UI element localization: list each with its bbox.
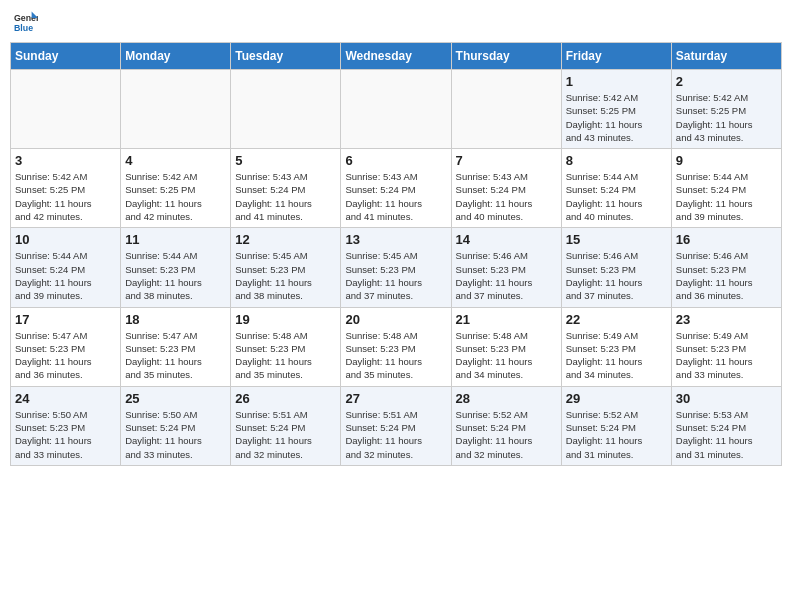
day-number: 15	[566, 232, 667, 247]
day-info: Sunrise: 5:53 AM Sunset: 5:24 PM Dayligh…	[676, 408, 777, 461]
calendar-cell: 23Sunrise: 5:49 AM Sunset: 5:23 PM Dayli…	[671, 307, 781, 386]
day-number: 8	[566, 153, 667, 168]
calendar-cell	[341, 70, 451, 149]
day-info: Sunrise: 5:50 AM Sunset: 5:23 PM Dayligh…	[15, 408, 116, 461]
day-number: 19	[235, 312, 336, 327]
day-number: 25	[125, 391, 226, 406]
calendar-cell: 9Sunrise: 5:44 AM Sunset: 5:24 PM Daylig…	[671, 149, 781, 228]
calendar-cell: 22Sunrise: 5:49 AM Sunset: 5:23 PM Dayli…	[561, 307, 671, 386]
day-number: 29	[566, 391, 667, 406]
calendar-cell: 26Sunrise: 5:51 AM Sunset: 5:24 PM Dayli…	[231, 386, 341, 465]
day-number: 13	[345, 232, 446, 247]
calendar-cell	[11, 70, 121, 149]
calendar-header-row: SundayMondayTuesdayWednesdayThursdayFrid…	[11, 43, 782, 70]
calendar-cell: 20Sunrise: 5:48 AM Sunset: 5:23 PM Dayli…	[341, 307, 451, 386]
day-header-friday: Friday	[561, 43, 671, 70]
calendar-cell: 12Sunrise: 5:45 AM Sunset: 5:23 PM Dayli…	[231, 228, 341, 307]
day-info: Sunrise: 5:46 AM Sunset: 5:23 PM Dayligh…	[676, 249, 777, 302]
calendar-cell: 29Sunrise: 5:52 AM Sunset: 5:24 PM Dayli…	[561, 386, 671, 465]
day-number: 4	[125, 153, 226, 168]
day-info: Sunrise: 5:47 AM Sunset: 5:23 PM Dayligh…	[125, 329, 226, 382]
calendar-cell: 8Sunrise: 5:44 AM Sunset: 5:24 PM Daylig…	[561, 149, 671, 228]
calendar-week-5: 24Sunrise: 5:50 AM Sunset: 5:23 PM Dayli…	[11, 386, 782, 465]
day-info: Sunrise: 5:46 AM Sunset: 5:23 PM Dayligh…	[456, 249, 557, 302]
day-number: 24	[15, 391, 116, 406]
day-info: Sunrise: 5:45 AM Sunset: 5:23 PM Dayligh…	[235, 249, 336, 302]
calendar-cell: 28Sunrise: 5:52 AM Sunset: 5:24 PM Dayli…	[451, 386, 561, 465]
day-number: 20	[345, 312, 446, 327]
day-number: 10	[15, 232, 116, 247]
day-info: Sunrise: 5:42 AM Sunset: 5:25 PM Dayligh…	[125, 170, 226, 223]
day-info: Sunrise: 5:42 AM Sunset: 5:25 PM Dayligh…	[566, 91, 667, 144]
day-number: 6	[345, 153, 446, 168]
calendar-week-3: 10Sunrise: 5:44 AM Sunset: 5:24 PM Dayli…	[11, 228, 782, 307]
day-info: Sunrise: 5:48 AM Sunset: 5:23 PM Dayligh…	[456, 329, 557, 382]
day-info: Sunrise: 5:46 AM Sunset: 5:23 PM Dayligh…	[566, 249, 667, 302]
calendar-week-2: 3Sunrise: 5:42 AM Sunset: 5:25 PM Daylig…	[11, 149, 782, 228]
calendar-cell: 7Sunrise: 5:43 AM Sunset: 5:24 PM Daylig…	[451, 149, 561, 228]
day-number: 7	[456, 153, 557, 168]
page-header: General Blue	[10, 10, 782, 34]
calendar-cell: 11Sunrise: 5:44 AM Sunset: 5:23 PM Dayli…	[121, 228, 231, 307]
calendar-cell: 3Sunrise: 5:42 AM Sunset: 5:25 PM Daylig…	[11, 149, 121, 228]
day-number: 11	[125, 232, 226, 247]
day-number: 27	[345, 391, 446, 406]
day-number: 21	[456, 312, 557, 327]
day-info: Sunrise: 5:47 AM Sunset: 5:23 PM Dayligh…	[15, 329, 116, 382]
calendar-cell: 1Sunrise: 5:42 AM Sunset: 5:25 PM Daylig…	[561, 70, 671, 149]
day-info: Sunrise: 5:48 AM Sunset: 5:23 PM Dayligh…	[345, 329, 446, 382]
logo-icon: General Blue	[14, 10, 38, 34]
day-header-sunday: Sunday	[11, 43, 121, 70]
day-number: 5	[235, 153, 336, 168]
calendar-cell	[451, 70, 561, 149]
day-header-tuesday: Tuesday	[231, 43, 341, 70]
day-number: 28	[456, 391, 557, 406]
day-info: Sunrise: 5:45 AM Sunset: 5:23 PM Dayligh…	[345, 249, 446, 302]
calendar-cell: 18Sunrise: 5:47 AM Sunset: 5:23 PM Dayli…	[121, 307, 231, 386]
calendar-table: SundayMondayTuesdayWednesdayThursdayFrid…	[10, 42, 782, 466]
svg-text:Blue: Blue	[14, 23, 33, 33]
calendar-week-1: 1Sunrise: 5:42 AM Sunset: 5:25 PM Daylig…	[11, 70, 782, 149]
calendar-cell: 27Sunrise: 5:51 AM Sunset: 5:24 PM Dayli…	[341, 386, 451, 465]
day-info: Sunrise: 5:50 AM Sunset: 5:24 PM Dayligh…	[125, 408, 226, 461]
day-number: 30	[676, 391, 777, 406]
day-info: Sunrise: 5:42 AM Sunset: 5:25 PM Dayligh…	[15, 170, 116, 223]
day-info: Sunrise: 5:43 AM Sunset: 5:24 PM Dayligh…	[345, 170, 446, 223]
day-number: 16	[676, 232, 777, 247]
calendar-cell: 4Sunrise: 5:42 AM Sunset: 5:25 PM Daylig…	[121, 149, 231, 228]
calendar-cell	[231, 70, 341, 149]
day-number: 26	[235, 391, 336, 406]
calendar-cell: 16Sunrise: 5:46 AM Sunset: 5:23 PM Dayli…	[671, 228, 781, 307]
day-header-thursday: Thursday	[451, 43, 561, 70]
calendar-cell: 10Sunrise: 5:44 AM Sunset: 5:24 PM Dayli…	[11, 228, 121, 307]
day-number: 9	[676, 153, 777, 168]
calendar-cell: 30Sunrise: 5:53 AM Sunset: 5:24 PM Dayli…	[671, 386, 781, 465]
day-info: Sunrise: 5:44 AM Sunset: 5:24 PM Dayligh…	[15, 249, 116, 302]
day-info: Sunrise: 5:42 AM Sunset: 5:25 PM Dayligh…	[676, 91, 777, 144]
calendar-cell: 15Sunrise: 5:46 AM Sunset: 5:23 PM Dayli…	[561, 228, 671, 307]
day-info: Sunrise: 5:43 AM Sunset: 5:24 PM Dayligh…	[235, 170, 336, 223]
day-info: Sunrise: 5:44 AM Sunset: 5:24 PM Dayligh…	[676, 170, 777, 223]
calendar-cell	[121, 70, 231, 149]
day-number: 18	[125, 312, 226, 327]
day-number: 1	[566, 74, 667, 89]
calendar-cell: 14Sunrise: 5:46 AM Sunset: 5:23 PM Dayli…	[451, 228, 561, 307]
day-info: Sunrise: 5:49 AM Sunset: 5:23 PM Dayligh…	[566, 329, 667, 382]
day-number: 3	[15, 153, 116, 168]
calendar-cell: 19Sunrise: 5:48 AM Sunset: 5:23 PM Dayli…	[231, 307, 341, 386]
day-info: Sunrise: 5:44 AM Sunset: 5:23 PM Dayligh…	[125, 249, 226, 302]
day-header-wednesday: Wednesday	[341, 43, 451, 70]
day-number: 12	[235, 232, 336, 247]
day-info: Sunrise: 5:51 AM Sunset: 5:24 PM Dayligh…	[345, 408, 446, 461]
calendar-week-4: 17Sunrise: 5:47 AM Sunset: 5:23 PM Dayli…	[11, 307, 782, 386]
day-info: Sunrise: 5:44 AM Sunset: 5:24 PM Dayligh…	[566, 170, 667, 223]
calendar-cell: 5Sunrise: 5:43 AM Sunset: 5:24 PM Daylig…	[231, 149, 341, 228]
day-info: Sunrise: 5:52 AM Sunset: 5:24 PM Dayligh…	[566, 408, 667, 461]
day-info: Sunrise: 5:49 AM Sunset: 5:23 PM Dayligh…	[676, 329, 777, 382]
day-number: 22	[566, 312, 667, 327]
day-info: Sunrise: 5:51 AM Sunset: 5:24 PM Dayligh…	[235, 408, 336, 461]
day-info: Sunrise: 5:52 AM Sunset: 5:24 PM Dayligh…	[456, 408, 557, 461]
calendar-cell: 6Sunrise: 5:43 AM Sunset: 5:24 PM Daylig…	[341, 149, 451, 228]
calendar-cell: 17Sunrise: 5:47 AM Sunset: 5:23 PM Dayli…	[11, 307, 121, 386]
day-number: 23	[676, 312, 777, 327]
